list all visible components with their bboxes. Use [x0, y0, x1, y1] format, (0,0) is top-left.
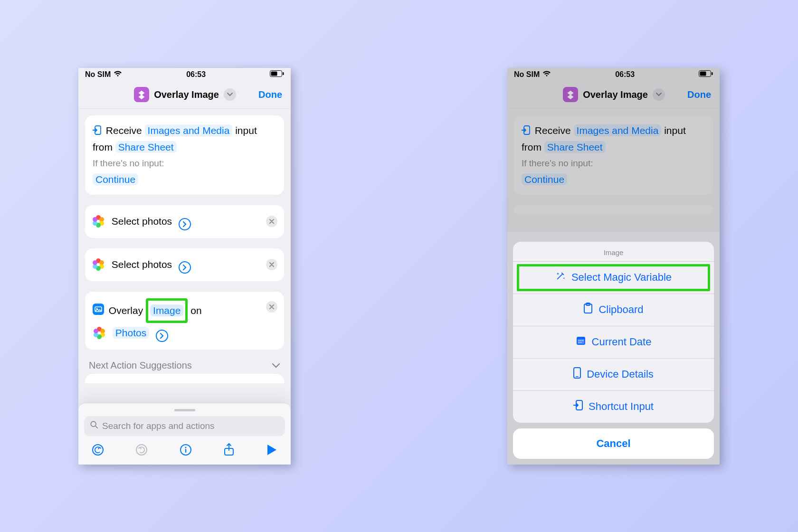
input-types-token[interactable]: Images and Media [145, 124, 233, 136]
remove-action-button[interactable] [266, 301, 277, 313]
highlight-box: Image [146, 298, 188, 323]
sheet-item-label: Shortcut Input [589, 400, 654, 413]
input-source-token[interactable]: Share Sheet [115, 141, 177, 153]
info-button[interactable] [180, 444, 192, 458]
next-action-suggestions-header[interactable]: Next Action Suggestions [85, 360, 284, 374]
sheet-item-label: Select Magic Variable [571, 271, 672, 284]
select-photos-label: Select photos [112, 216, 172, 227]
svg-rect-1 [271, 71, 277, 76]
overlay-verb: Overlay [109, 305, 143, 316]
actions-drawer[interactable]: Search for apps and actions [78, 403, 291, 465]
suggestion-card-peek [85, 374, 284, 383]
input-icon [573, 400, 583, 413]
share-button[interactable] [223, 443, 235, 459]
redo-button[interactable] [135, 444, 148, 458]
shortcut-input-option[interactable]: Shortcut Input [513, 390, 714, 423]
svg-point-7 [91, 421, 96, 427]
no-input-label: If there's no input: [93, 156, 276, 171]
svg-point-23 [580, 340, 581, 341]
calendar-icon [576, 335, 586, 349]
battery-icon [270, 70, 284, 79]
nav-bar: Overlay Image Done [78, 81, 291, 109]
search-input[interactable]: Search for apps and actions [84, 416, 285, 436]
image-variable-token[interactable]: Image [150, 304, 183, 316]
current-date-option[interactable]: Current Date [513, 326, 714, 358]
cancel-button[interactable]: Cancel [513, 428, 714, 459]
sheet-item-label: Current Date [592, 336, 652, 348]
svg-rect-2 [283, 72, 284, 75]
svg-point-24 [582, 340, 583, 341]
chevron-right-icon[interactable] [179, 261, 191, 274]
photos-app-icon [93, 215, 104, 227]
photos-app-icon [93, 258, 104, 270]
variable-picker-sheet: Image Select Magic Variable Clipboard Cu… [513, 242, 714, 459]
receive-input-card: Receive Images and Media input from Shar… [85, 115, 284, 195]
phone-left: No SIM 06:53 Overlay Image Done [78, 68, 291, 465]
sheet-title: Image [513, 242, 714, 261]
status-bar: No SIM 06:53 [78, 68, 291, 81]
select-photos-action-1[interactable]: Select photos [85, 205, 284, 238]
fallback-token[interactable]: Continue [93, 173, 138, 185]
search-icon [90, 420, 98, 431]
svg-point-9 [136, 445, 147, 455]
svg-point-26 [580, 342, 581, 343]
svg-point-22 [579, 340, 580, 341]
drag-handle[interactable] [174, 409, 195, 411]
remove-action-button[interactable] [266, 216, 277, 227]
editor-toolbar [84, 436, 285, 462]
shortcuts-icon [134, 87, 149, 102]
suggestions-label: Next Action Suggestions [89, 360, 192, 371]
device-details-option[interactable]: Device Details [513, 358, 714, 390]
svg-rect-21 [578, 339, 584, 344]
sheet-item-label: Clipboard [598, 304, 643, 316]
undo-button[interactable] [92, 444, 104, 458]
play-button[interactable] [266, 444, 277, 458]
wand-icon [555, 271, 566, 284]
overlay-image-action[interactable]: Overlay Image on Photos [85, 292, 284, 350]
overlay-on-label: on [190, 305, 201, 316]
svg-point-8 [93, 445, 103, 455]
photos-app-icon [94, 327, 105, 338]
select-photos-action-2[interactable]: Select photos [85, 248, 284, 281]
photos-variable-token[interactable]: Photos [113, 327, 149, 339]
clipboard-option[interactable]: Clipboard [513, 294, 714, 326]
done-button[interactable]: Done [258, 89, 282, 100]
wifi-icon [114, 70, 122, 79]
chevron-right-icon[interactable] [156, 330, 168, 342]
svg-point-25 [579, 342, 580, 343]
select-photos-label: Select photos [112, 259, 172, 270]
clipboard-icon [583, 303, 593, 317]
sheet-item-label: Device Details [587, 368, 654, 380]
chevron-down-icon [272, 360, 280, 371]
chevron-right-icon[interactable] [179, 218, 191, 230]
svg-rect-28 [576, 376, 579, 377]
title-menu-button[interactable] [224, 88, 236, 101]
receive-label: Receive [106, 125, 142, 136]
clock-text: 06:53 [186, 70, 206, 79]
input-icon [93, 125, 101, 135]
svg-rect-4 [93, 304, 104, 315]
search-placeholder: Search for apps and actions [102, 421, 215, 431]
svg-point-11 [185, 446, 186, 448]
carrier-text: No SIM [85, 70, 111, 79]
svg-rect-12 [185, 449, 186, 453]
select-magic-variable-option[interactable]: Select Magic Variable [513, 261, 714, 294]
device-icon [573, 367, 581, 381]
page-title: Overlay Image [154, 89, 219, 100]
overlay-glyph-icon [93, 304, 104, 315]
phone-right: No SIM 06:53 Overlay Image Done [507, 68, 720, 465]
remove-action-button[interactable] [266, 259, 277, 270]
